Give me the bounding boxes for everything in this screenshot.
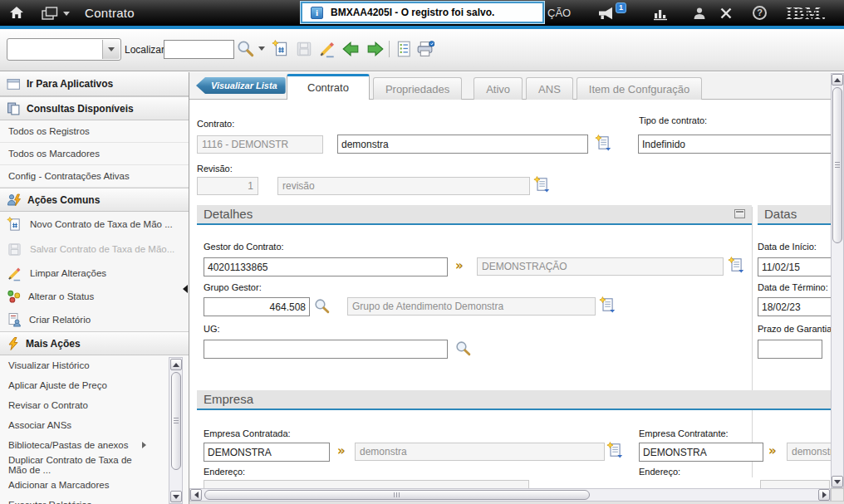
go-to-detail-chevron-icon[interactable]: »: [768, 443, 777, 458]
prazo-garantia-input[interactable]: [758, 340, 822, 359]
column-divider: [752, 207, 753, 477]
grupo-gestor-input[interactable]: [204, 297, 310, 316]
ug-input[interactable]: [204, 340, 448, 359]
sidebar-item-associar-anss[interactable]: Associar ANSs: [0, 415, 156, 435]
apps-menu-caret-icon[interactable]: [63, 12, 70, 16]
go-to-detail-chevron-icon[interactable]: »: [337, 443, 346, 458]
vertical-scrollbar-thumb[interactable]: [832, 87, 842, 243]
gestor-input[interactable]: [204, 257, 448, 276]
sidebar-action-label: Criar Relatório: [29, 315, 91, 325]
tab-item-de-configuracao[interactable]: Item de Confguração: [577, 77, 702, 100]
close-icon[interactable]: [719, 7, 733, 20]
sidebar-item-executar-relatorios[interactable]: Executar Relatórios: [0, 495, 156, 504]
empresa-contratante-desc-field: demonstra: [787, 443, 831, 461]
sidebar-header-go-to-apps[interactable]: Ir Para Aplicativos: [0, 72, 189, 96]
data-inicio-input[interactable]: [758, 257, 831, 276]
datas-section-header: Datas: [758, 205, 831, 225]
scroll-down-button[interactable]: [832, 476, 843, 487]
sidebar-item-visualizar-historico[interactable]: Visualizar Histórico: [0, 355, 156, 375]
new-record-icon: [7, 217, 22, 232]
visualizar-lista-button[interactable]: Visualizar Lista: [196, 77, 286, 94]
apps-menu-icon[interactable]: [42, 7, 58, 20]
scroll-up-button[interactable]: [170, 359, 182, 370]
endereco-field-partial: [204, 480, 529, 488]
long-description-icon[interactable]: [728, 257, 744, 275]
profile-icon[interactable]: [693, 7, 706, 20]
long-description-icon[interactable]: [606, 442, 623, 460]
previous-record-button[interactable]: [341, 39, 360, 58]
tab-contrato[interactable]: Contrato: [287, 74, 370, 100]
sidebar-item-todos-os-marcadores[interactable]: Todos os Marcadores: [0, 143, 189, 165]
empresa-contratante-label: Empresa Contratante:: [639, 428, 729, 438]
long-description-icon[interactable]: [533, 176, 550, 194]
app-window: Contrato i BMXAA4205I - O registro foi s…: [0, 0, 844, 504]
scroll-up-button[interactable]: [832, 74, 843, 86]
reports-button[interactable]: [394, 39, 413, 58]
save-button[interactable]: [294, 39, 313, 58]
announcements-icon[interactable]: [598, 7, 616, 20]
visualizar-lista-label: Visualizar Lista: [211, 81, 277, 91]
long-description-icon[interactable]: [599, 296, 616, 315]
gestor-label: Gestor do Contrato:: [204, 242, 284, 252]
query-combobox[interactable]: [7, 38, 121, 61]
tab-propriedades[interactable]: Propriedades: [373, 77, 462, 100]
localizar-input[interactable]: [164, 40, 234, 59]
sidebar-item-revisar-contrato[interactable]: Revisar o Contrato: [0, 395, 156, 415]
sidebar-item-config-contratacoes-ativas[interactable]: Config - Contratações Ativas: [0, 165, 189, 188]
clear-changes-button[interactable]: [317, 39, 336, 58]
sidebar-action-alterar-status[interactable]: Alterar o Status: [0, 285, 189, 308]
contract-form: Contrato: 1116 - DEMONSTR Tipo de contra…: [189, 100, 831, 488]
vertical-scrollbar[interactable]: [831, 73, 844, 488]
sidebar-scrollbar[interactable]: [169, 357, 183, 504]
sidebar-scrollbar-thumb[interactable]: [171, 372, 181, 470]
sidebar-header-available-queries[interactable]: Consultas Disponíveis: [0, 96, 189, 120]
endereco-field-partial: [760, 480, 830, 488]
sidebar-item-adicionar-marcadores[interactable]: Adicionar a Marcadores: [0, 475, 156, 495]
horizontal-scrollbar-thumb[interactable]: [204, 490, 590, 500]
print-button[interactable]: [415, 39, 434, 58]
sidebar-action-label: Novo Contrato de Taxa de Mão ...: [30, 219, 173, 229]
long-description-icon[interactable]: [595, 135, 611, 153]
create-report-icon: [7, 312, 22, 327]
sidebar-action-limpar-alteracoes[interactable]: Limpar Alterações: [0, 262, 189, 285]
search-icon[interactable]: [236, 39, 255, 58]
sidebar-action-criar-relatorio[interactable]: Criar Relatório: [0, 308, 189, 331]
home-icon[interactable]: [9, 6, 24, 19]
main-content: Visualizar Lista Contrato Propriedades A…: [189, 72, 844, 504]
new-record-button[interactable]: [271, 39, 290, 58]
info-icon: i: [311, 7, 323, 19]
help-icon[interactable]: ?: [753, 6, 767, 20]
sidebar-item-duplicar-contrato[interactable]: Duplicar Contrato de Taxa de Mão de ...: [0, 455, 156, 475]
empresa-contratada-desc-field: demonstra: [355, 443, 605, 461]
lookup-magnifier-icon[interactable]: [455, 340, 471, 358]
scroll-left-button[interactable]: [190, 489, 202, 501]
empresa-contratada-input[interactable]: [204, 443, 330, 462]
scroll-right-button[interactable]: [818, 489, 830, 501]
next-record-button[interactable]: [366, 39, 385, 58]
lookup-magnifier-icon[interactable]: [314, 298, 330, 316]
sidebar-action-novo-contrato[interactable]: Novo Contrato de Taxa de Mão ...: [0, 212, 189, 237]
empresa-contratante-input[interactable]: [639, 443, 763, 462]
query-combobox-caret-icon[interactable]: [102, 40, 120, 59]
tab-ans[interactable]: ANS: [526, 77, 573, 100]
minimize-section-icon[interactable]: [734, 209, 745, 218]
contrato-desc-input[interactable]: [337, 135, 588, 154]
announcements-badge[interactable]: 1: [616, 2, 626, 13]
submenu-arrow-icon: [142, 442, 146, 448]
revisao-label: Revisão:: [197, 164, 233, 174]
reports-chart-icon[interactable]: [653, 7, 668, 21]
search-options-caret-icon[interactable]: [256, 39, 267, 58]
tipo-contrato-input[interactable]: [638, 135, 831, 154]
data-termino-input[interactable]: [758, 297, 831, 316]
sidebar-item-todos-os-registros[interactable]: Todos os Registros: [0, 120, 189, 143]
sidebar-item-biblioteca-pastas-anexos[interactable]: Biblioteca/Pastas de anexos: [0, 435, 156, 455]
sidebar-item-aplicar-ajuste-preco[interactable]: Aplicar Ajuste de Preço: [0, 375, 156, 395]
user-name-partial: ÇÃO: [547, 7, 571, 19]
scroll-down-button[interactable]: [170, 491, 182, 502]
sidebar-collapse-handle[interactable]: [183, 285, 188, 293]
go-to-detail-chevron-icon[interactable]: »: [455, 258, 464, 273]
horizontal-scrollbar[interactable]: [189, 488, 831, 502]
tab-ativo[interactable]: Ativo: [474, 77, 523, 100]
sidebar: Ir Para Aplicativos Consultas Disponívei…: [0, 72, 189, 504]
notification-message: BMXAA4205I - O registro foi salvo.: [331, 7, 494, 18]
